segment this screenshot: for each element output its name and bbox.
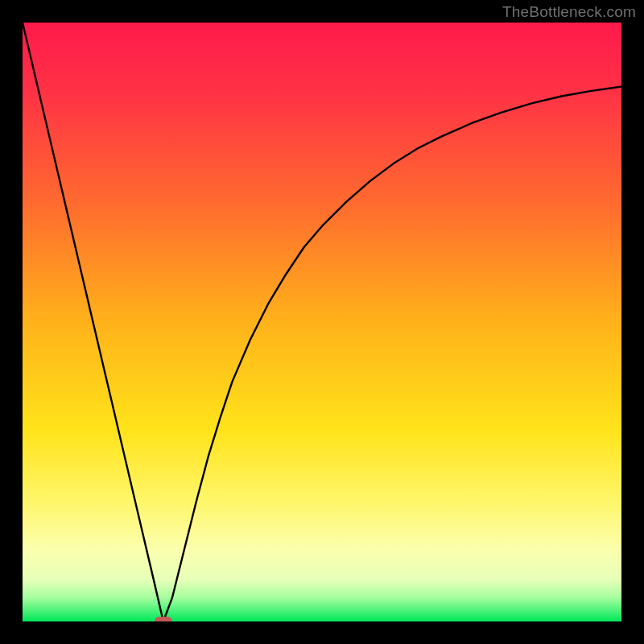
chart-frame: TheBottleneck.com <box>0 0 644 644</box>
plot-area <box>23 23 621 621</box>
bottleneck-curve <box>23 23 621 621</box>
optimal-marker <box>155 617 172 621</box>
watermark-text: TheBottleneck.com <box>502 3 636 21</box>
